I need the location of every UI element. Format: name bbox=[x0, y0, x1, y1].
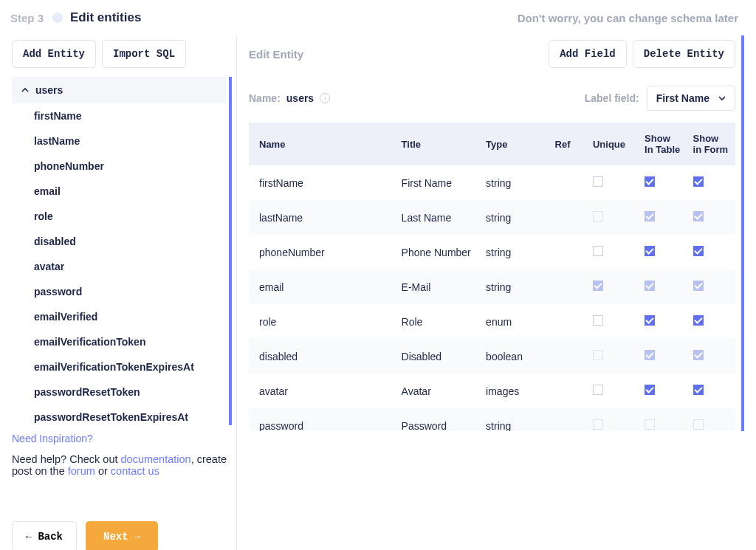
field-item[interactable]: password bbox=[12, 279, 226, 304]
show-in-table-checkbox[interactable] bbox=[645, 385, 655, 395]
field-item[interactable]: emailVerificationToken bbox=[12, 329, 226, 354]
step-dot-icon bbox=[52, 13, 63, 23]
field-item[interactable]: emailVerificationTokenExpiresAt bbox=[12, 354, 226, 379]
cell-type: images bbox=[480, 374, 549, 408]
show-in-form-checkbox[interactable] bbox=[693, 350, 704, 360]
unique-checkbox[interactable] bbox=[593, 211, 603, 221]
col-show-in-form: Show in Form bbox=[687, 123, 735, 165]
cell-ref bbox=[549, 304, 587, 339]
unique-checkbox[interactable] bbox=[593, 281, 603, 291]
fields-table: Name Title Type Ref Unique Show In Table… bbox=[249, 123, 735, 431]
cell-ref bbox=[549, 235, 587, 269]
show-in-table-checkbox[interactable] bbox=[645, 419, 655, 430]
table-row[interactable]: roleRoleenum bbox=[249, 304, 735, 339]
chevron-down-icon bbox=[718, 92, 726, 104]
label-field-label: Label field: bbox=[585, 92, 639, 104]
table-row[interactable]: phoneNumberPhone Numberstring bbox=[249, 235, 735, 269]
col-unique: Unique bbox=[587, 123, 639, 165]
unique-checkbox[interactable] bbox=[593, 246, 603, 256]
cell-ref bbox=[549, 200, 587, 235]
col-type: Type bbox=[480, 123, 549, 165]
field-item[interactable]: passwordResetToken bbox=[12, 379, 226, 405]
need-inspiration-link[interactable]: Need Inspiration? bbox=[12, 425, 232, 444]
table-row[interactable]: avatarAvatarimages bbox=[249, 374, 735, 408]
table-row[interactable]: passwordPasswordstring bbox=[249, 408, 735, 431]
field-item[interactable]: email bbox=[12, 179, 226, 204]
show-in-table-checkbox[interactable] bbox=[645, 315, 655, 326]
next-button[interactable]: Next → bbox=[86, 521, 158, 550]
contact-link[interactable]: contact us bbox=[111, 465, 159, 477]
cell-type: string bbox=[480, 269, 549, 304]
arrow-left-icon: ← bbox=[26, 531, 32, 543]
show-in-form-checkbox[interactable] bbox=[693, 176, 704, 187]
show-in-table-checkbox[interactable] bbox=[645, 281, 655, 291]
field-item[interactable]: passwordResetTokenExpiresAt bbox=[12, 405, 226, 425]
documentation-link[interactable]: documentation bbox=[121, 453, 191, 465]
col-ref: Ref bbox=[549, 123, 587, 165]
entity-name: users bbox=[35, 84, 63, 96]
show-in-form-checkbox[interactable] bbox=[693, 315, 704, 326]
show-in-table-checkbox[interactable] bbox=[645, 246, 655, 256]
delete-entity-button[interactable]: Delete Entity bbox=[633, 40, 735, 68]
show-in-table-checkbox[interactable] bbox=[645, 211, 655, 221]
cell-ref bbox=[549, 374, 587, 408]
unique-checkbox[interactable] bbox=[593, 419, 603, 430]
show-in-form-checkbox[interactable] bbox=[693, 211, 704, 221]
col-name: Name bbox=[249, 123, 396, 165]
field-item[interactable]: phoneNumber bbox=[12, 154, 226, 179]
unique-checkbox[interactable] bbox=[593, 176, 603, 187]
field-item[interactable]: avatar bbox=[12, 254, 226, 279]
table-row[interactable]: firstNameFirst Namestring bbox=[249, 165, 735, 200]
back-button[interactable]: ← Back bbox=[12, 521, 77, 550]
cell-name: firstName bbox=[249, 165, 396, 200]
cell-name: phoneNumber bbox=[249, 235, 396, 269]
show-in-form-checkbox[interactable] bbox=[693, 385, 704, 395]
cell-name: lastName bbox=[249, 200, 396, 235]
show-in-table-checkbox[interactable] bbox=[645, 350, 655, 360]
cell-type: string bbox=[480, 200, 549, 235]
cell-type: enum bbox=[480, 304, 549, 339]
info-icon[interactable]: i bbox=[320, 93, 330, 103]
unique-checkbox[interactable] bbox=[593, 315, 603, 326]
cell-ref bbox=[549, 339, 587, 374]
show-in-form-checkbox[interactable] bbox=[693, 419, 704, 430]
wizard-header: Step 3 Edit entities Don't worry, you ca… bbox=[0, 0, 756, 25]
import-sql-button[interactable]: Import SQL bbox=[102, 40, 186, 68]
cell-type: string bbox=[480, 165, 549, 200]
field-item[interactable]: firstName bbox=[12, 103, 226, 128]
label-field-select[interactable]: First Name bbox=[647, 86, 735, 111]
unique-checkbox[interactable] bbox=[593, 385, 603, 395]
cell-title: Last Name bbox=[396, 200, 480, 235]
cell-ref bbox=[549, 408, 587, 431]
table-row[interactable]: emailE-Mailstring bbox=[249, 269, 735, 304]
cell-type: boolean bbox=[480, 339, 549, 374]
cell-title: Phone Number bbox=[396, 235, 480, 269]
show-in-form-checkbox[interactable] bbox=[693, 281, 704, 291]
add-field-button[interactable]: Add Field bbox=[549, 40, 627, 68]
add-entity-button[interactable]: Add Entity bbox=[12, 40, 96, 68]
page-title: Edit entities bbox=[70, 10, 141, 25]
cell-title: Password bbox=[396, 408, 480, 431]
show-in-form-checkbox[interactable] bbox=[693, 246, 704, 256]
forum-link[interactable]: forum bbox=[68, 465, 95, 477]
cell-type: string bbox=[480, 408, 549, 431]
field-item[interactable]: emailVerified bbox=[12, 304, 226, 329]
table-row[interactable]: lastNameLast Namestring bbox=[249, 200, 735, 235]
field-item[interactable]: disabled bbox=[12, 229, 226, 254]
edit-entity-heading: Edit Entity bbox=[249, 48, 303, 61]
entity-sidebar: Add Entity Import SQL users firstNamelas… bbox=[12, 35, 232, 550]
chevron-up-icon bbox=[21, 86, 30, 94]
field-item[interactable]: lastName bbox=[12, 128, 226, 154]
field-item[interactable]: role bbox=[12, 204, 226, 229]
table-row[interactable]: disabledDisabledboolean bbox=[249, 339, 735, 374]
cell-title: Avatar bbox=[396, 374, 480, 408]
step-indicator: Step 3 bbox=[10, 12, 63, 24]
name-label: Name: bbox=[249, 92, 281, 104]
cell-name: disabled bbox=[249, 339, 396, 374]
entity-toggle-users[interactable]: users bbox=[12, 77, 226, 103]
cell-name: password bbox=[249, 408, 396, 431]
entity-tree: users firstNamelastNamephoneNumberemailr… bbox=[12, 77, 232, 425]
unique-checkbox[interactable] bbox=[593, 350, 603, 360]
cell-title: E-Mail bbox=[396, 269, 480, 304]
show-in-table-checkbox[interactable] bbox=[645, 176, 655, 187]
